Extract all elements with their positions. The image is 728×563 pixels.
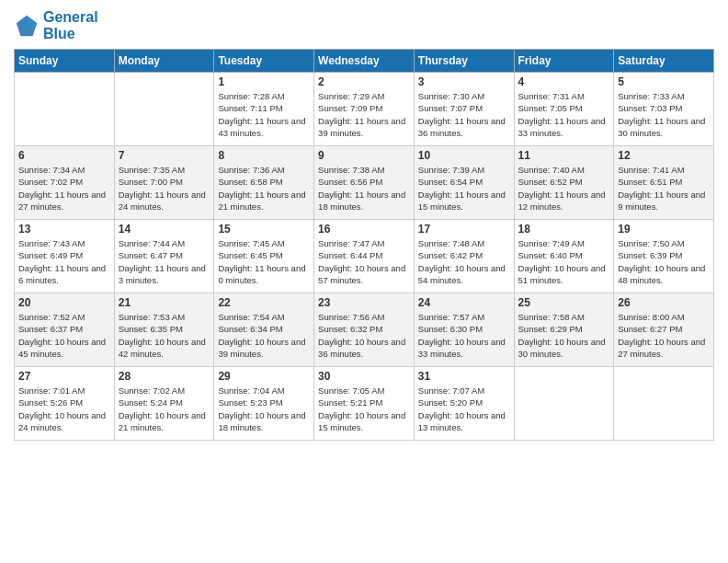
day-number: 17 [418,223,510,236]
calendar-cell [514,367,614,441]
calendar-week-row: 13Sunrise: 7:43 AM Sunset: 6:49 PM Dayli… [15,220,714,293]
calendar-cell: 3Sunrise: 7:30 AM Sunset: 7:07 PM Daylig… [414,73,514,146]
day-info: Sunrise: 7:47 AM Sunset: 6:44 PM Dayligh… [318,237,410,286]
day-number: 12 [618,149,710,162]
day-number: 13 [18,223,110,236]
day-info: Sunrise: 7:29 AM Sunset: 7:09 PM Dayligh… [318,90,410,139]
calendar-week-row: 20Sunrise: 7:52 AM Sunset: 6:37 PM Dayli… [15,293,714,367]
day-number: 25 [518,296,610,309]
day-info: Sunrise: 7:04 AM Sunset: 5:23 PM Dayligh… [218,385,310,433]
day-number: 2 [318,75,410,88]
day-number: 31 [418,370,510,383]
calendar-cell: 23Sunrise: 7:56 AM Sunset: 6:32 PM Dayli… [314,293,415,367]
day-info: Sunrise: 7:39 AM Sunset: 6:54 PM Dayligh… [418,164,510,213]
logo: General Blue [14,9,98,41]
calendar-cell: 5Sunrise: 7:33 AM Sunset: 7:03 PM Daylig… [614,73,714,146]
day-number: 10 [418,149,510,162]
day-info: Sunrise: 7:57 AM Sunset: 6:30 PM Dayligh… [418,311,510,360]
calendar-cell: 6Sunrise: 7:34 AM Sunset: 7:02 PM Daylig… [15,146,115,220]
day-number: 1 [218,75,310,88]
day-info: Sunrise: 7:33 AM Sunset: 7:03 PM Dayligh… [618,90,710,139]
day-number: 30 [318,370,410,383]
day-info: Sunrise: 7:43 AM Sunset: 6:49 PM Dayligh… [18,237,110,286]
day-number: 15 [218,223,310,236]
calendar-cell: 15Sunrise: 7:45 AM Sunset: 6:45 PM Dayli… [214,220,314,293]
day-info: Sunrise: 7:35 AM Sunset: 7:00 PM Dayligh… [119,164,210,213]
calendar-cell: 18Sunrise: 7:49 AM Sunset: 6:40 PM Dayli… [514,220,614,293]
calendar-cell [15,73,115,146]
day-info: Sunrise: 7:36 AM Sunset: 6:58 PM Dayligh… [218,164,310,213]
calendar-body: 1Sunrise: 7:28 AM Sunset: 7:11 PM Daylig… [15,73,714,441]
day-info: Sunrise: 7:58 AM Sunset: 6:29 PM Dayligh… [518,311,610,360]
calendar-cell: 26Sunrise: 8:00 AM Sunset: 6:27 PM Dayli… [614,293,714,367]
day-number: 21 [119,296,210,309]
day-info: Sunrise: 7:05 AM Sunset: 5:21 PM Dayligh… [318,385,410,433]
calendar-cell: 27Sunrise: 7:01 AM Sunset: 5:26 PM Dayli… [15,367,115,441]
day-number: 22 [218,296,310,309]
day-info: Sunrise: 7:38 AM Sunset: 6:56 PM Dayligh… [318,164,410,213]
day-number: 28 [119,370,210,383]
day-info: Sunrise: 8:00 AM Sunset: 6:27 PM Dayligh… [618,311,710,360]
day-number: 8 [218,149,310,162]
calendar-cell: 12Sunrise: 7:41 AM Sunset: 6:51 PM Dayli… [614,146,714,220]
calendar-cell: 8Sunrise: 7:36 AM Sunset: 6:58 PM Daylig… [214,146,314,220]
day-number: 6 [18,149,110,162]
day-info: Sunrise: 7:01 AM Sunset: 5:26 PM Dayligh… [18,385,110,433]
day-info: Sunrise: 7:52 AM Sunset: 6:37 PM Dayligh… [18,311,110,360]
calendar-cell: 24Sunrise: 7:57 AM Sunset: 6:30 PM Dayli… [414,293,514,367]
day-header-tuesday: Tuesday [214,50,314,73]
calendar-cell: 21Sunrise: 7:53 AM Sunset: 6:35 PM Dayli… [114,293,214,367]
calendar-cell: 11Sunrise: 7:40 AM Sunset: 6:52 PM Dayli… [514,146,614,220]
calendar-week-row: 27Sunrise: 7:01 AM Sunset: 5:26 PM Dayli… [15,367,714,441]
day-number: 4 [518,75,610,88]
day-number: 23 [318,296,410,309]
calendar-week-row: 1Sunrise: 7:28 AM Sunset: 7:11 PM Daylig… [15,73,714,146]
day-info: Sunrise: 7:45 AM Sunset: 6:45 PM Dayligh… [218,237,310,286]
day-number: 19 [618,223,710,236]
calendar-cell: 25Sunrise: 7:58 AM Sunset: 6:29 PM Dayli… [514,293,614,367]
day-header-saturday: Saturday [614,50,714,73]
day-info: Sunrise: 7:54 AM Sunset: 6:34 PM Dayligh… [218,311,310,360]
page: General Blue SundayMondayTuesdayWednesda… [0,0,728,563]
calendar-cell: 31Sunrise: 7:07 AM Sunset: 5:20 PM Dayli… [414,367,514,441]
day-info: Sunrise: 7:53 AM Sunset: 6:35 PM Dayligh… [119,311,210,360]
day-header-wednesday: Wednesday [314,50,415,73]
calendar-cell: 1Sunrise: 7:28 AM Sunset: 7:11 PM Daylig… [214,73,314,146]
day-number: 11 [518,149,610,162]
day-info: Sunrise: 7:48 AM Sunset: 6:42 PM Dayligh… [418,237,510,286]
day-number: 9 [318,149,410,162]
calendar-cell: 29Sunrise: 7:04 AM Sunset: 5:23 PM Dayli… [214,367,314,441]
day-number: 5 [618,75,710,88]
day-number: 18 [518,223,610,236]
calendar-table: SundayMondayTuesdayWednesdayThursdayFrid… [14,49,714,441]
day-number: 26 [618,296,710,309]
calendar-cell [614,367,714,441]
calendar-cell: 10Sunrise: 7:39 AM Sunset: 6:54 PM Dayli… [414,146,514,220]
calendar-cell: 22Sunrise: 7:54 AM Sunset: 6:34 PM Dayli… [214,293,314,367]
day-number: 29 [218,370,310,383]
calendar-week-row: 6Sunrise: 7:34 AM Sunset: 7:02 PM Daylig… [15,146,714,220]
calendar-header-row: SundayMondayTuesdayWednesdayThursdayFrid… [15,50,714,73]
day-info: Sunrise: 7:50 AM Sunset: 6:39 PM Dayligh… [618,237,710,286]
logo-text: General Blue [43,9,98,41]
day-info: Sunrise: 7:40 AM Sunset: 6:52 PM Dayligh… [518,164,610,213]
day-number: 24 [418,296,510,309]
calendar-cell: 17Sunrise: 7:48 AM Sunset: 6:42 PM Dayli… [414,220,514,293]
day-header-thursday: Thursday [414,50,514,73]
day-info: Sunrise: 7:28 AM Sunset: 7:11 PM Dayligh… [218,90,310,139]
day-number: 20 [18,296,110,309]
calendar-cell: 28Sunrise: 7:02 AM Sunset: 5:24 PM Dayli… [114,367,214,441]
day-info: Sunrise: 7:41 AM Sunset: 6:51 PM Dayligh… [618,164,710,213]
day-number: 16 [318,223,410,236]
day-number: 14 [119,223,210,236]
logo-icon [14,13,40,39]
day-info: Sunrise: 7:49 AM Sunset: 6:40 PM Dayligh… [518,237,610,286]
day-info: Sunrise: 7:30 AM Sunset: 7:07 PM Dayligh… [418,90,510,139]
day-header-sunday: Sunday [15,50,115,73]
calendar-cell: 20Sunrise: 7:52 AM Sunset: 6:37 PM Dayli… [15,293,115,367]
calendar-cell: 4Sunrise: 7:31 AM Sunset: 7:05 PM Daylig… [514,73,614,146]
calendar-cell: 9Sunrise: 7:38 AM Sunset: 6:56 PM Daylig… [314,146,415,220]
calendar-cell: 2Sunrise: 7:29 AM Sunset: 7:09 PM Daylig… [314,73,415,146]
calendar-cell: 7Sunrise: 7:35 AM Sunset: 7:00 PM Daylig… [114,146,214,220]
calendar-cell: 30Sunrise: 7:05 AM Sunset: 5:21 PM Dayli… [314,367,415,441]
